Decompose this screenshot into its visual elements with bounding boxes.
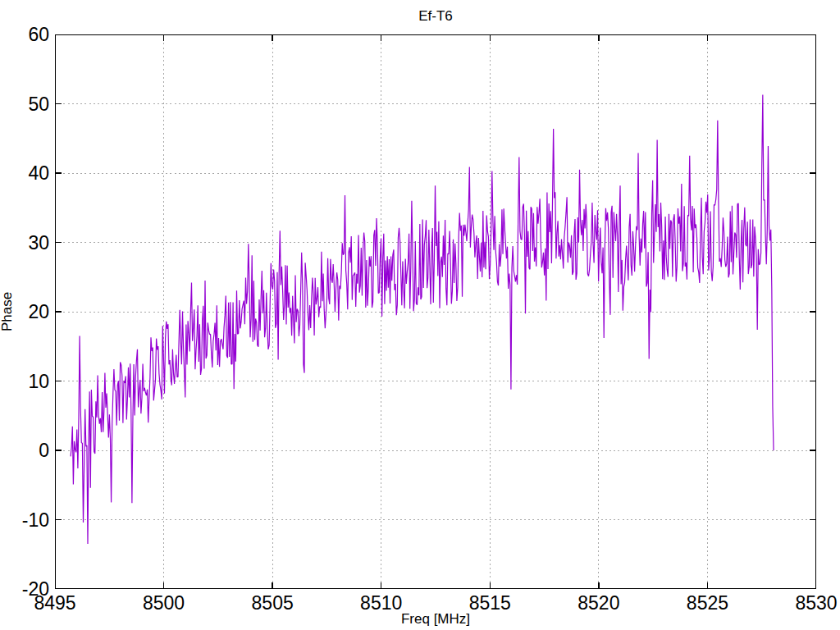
phase-vs-freq-chart: Ef-T6 Phase Freq [MHz] 84958500850585108…: [0, 0, 840, 630]
chart-title: Ef-T6: [418, 8, 453, 25]
plot-area: [55, 34, 816, 589]
x-tick-label: 8510: [360, 592, 402, 614]
y-axis-label: Phase: [0, 292, 16, 331]
y-tick-label: 50: [28, 93, 49, 115]
x-tick-label: 8530: [795, 592, 837, 614]
x-tick-label: 8505: [252, 592, 294, 614]
y-tick-label: -20: [22, 578, 49, 600]
data-line: [71, 95, 774, 545]
y-tick-label: 0: [39, 440, 49, 462]
y-tick-label: 40: [28, 162, 49, 185]
y-tick-label: 10: [28, 370, 49, 392]
y-tick-label: 30: [28, 231, 49, 253]
x-tick-label: 8520: [578, 592, 619, 614]
x-tick-label: 8500: [143, 592, 185, 614]
y-tick-label: 60: [28, 24, 49, 46]
y-tick-label: 20: [28, 301, 49, 323]
y-tick-label: -10: [22, 509, 49, 531]
x-tick-label: 8515: [469, 592, 511, 614]
x-tick-label: 8525: [687, 592, 728, 614]
x-axis-label: Freq [MHz]: [401, 611, 470, 628]
